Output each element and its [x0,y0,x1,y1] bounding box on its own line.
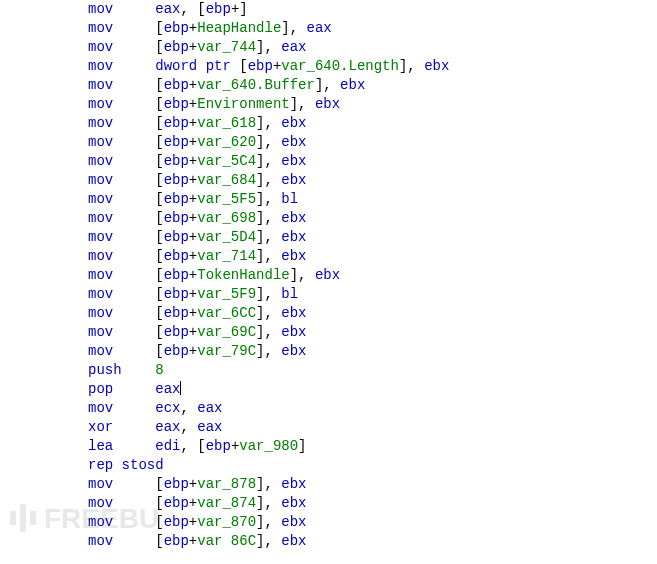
register: ebp [164,343,189,359]
punct: ] [298,438,306,454]
register: ebp [164,172,189,188]
punct: [ [155,495,163,511]
symbol: var_980 [239,438,298,454]
register: eax [197,419,222,435]
asm-line: mov [ebp+Environment], ebx [88,95,657,114]
register: ebx [281,115,306,131]
register: ebx [281,172,306,188]
punct: + [189,77,197,93]
mnemonic: mov [88,96,113,112]
symbol: var_878 [197,476,256,492]
mnemonic: mov [88,286,113,302]
mnemonic: push [88,362,122,378]
punct: [ [155,343,163,359]
symbol: var_620 [197,134,256,150]
symbol: var_684 [197,172,256,188]
punct: ], [256,153,281,169]
punct: ], [256,115,281,131]
mnemonic: mov [88,267,113,283]
asm-line: mov [ebp+var_870], ebx [88,513,657,532]
punct: ], [399,58,424,74]
asm-line: mov [ebp+var_874], ebx [88,494,657,513]
register: edi [155,438,180,454]
register: ebx [281,324,306,340]
punct: [ [155,77,163,93]
punct: [ [155,115,163,131]
punct: [ [155,172,163,188]
register: ebp [248,58,273,74]
register: bl [281,286,298,302]
register: ebp [164,286,189,302]
punct: + [189,134,197,150]
register: ebx [281,134,306,150]
symbol: var_6CC [197,305,256,321]
punct: + [189,172,197,188]
register: bl [281,191,298,207]
register: ebx [340,77,365,93]
punct: ], [256,286,281,302]
register: ebx [281,495,306,511]
asm-line: mov ecx, eax [88,399,657,418]
mnemonic: mov [88,153,113,169]
punct: , [180,400,197,416]
punct: + [189,20,197,36]
punct: [ [155,39,163,55]
mnemonic: pop [88,381,113,397]
punct: [ [155,476,163,492]
asm-line: mov [ebp+var_5F5], bl [88,190,657,209]
symbol: var_874 [197,495,256,511]
punct: , [180,419,197,435]
mnemonic: xor [88,419,113,435]
asm-line: mov [ebp+var_69C], ebx [88,323,657,342]
punct: ], [315,77,340,93]
punct: + [189,476,197,492]
punct: [ [155,248,163,264]
symbol: var_5D4 [197,229,256,245]
punct: ], [256,134,281,150]
register: ebx [315,267,340,283]
asm-line: mov dword ptr [ebp+var_640.Length], ebx [88,57,657,76]
punct: + [189,514,197,530]
symbol: var_79C [197,343,256,359]
asm-line: mov [ebp+TokenHandle], ebx [88,266,657,285]
symbol: var_5F9 [197,286,256,302]
punct: ], [256,39,281,55]
register: ebp [164,229,189,245]
symbol: var_618 [197,115,256,131]
punct: ], [256,514,281,530]
punct: ], [256,476,281,492]
register: ebp [164,210,189,226]
register: eax [155,381,180,397]
symbol: var_870 [197,514,256,530]
symbol: var_69C [197,324,256,340]
asm-line: mov [ebp+var_744], eax [88,38,657,57]
punct: + [189,229,197,245]
punct: ], [290,267,315,283]
punct: ], [256,172,281,188]
mnemonic: mov [88,533,113,549]
punct: [ [155,20,163,36]
asm-line: mov [ebp+var_5F9], bl [88,285,657,304]
symbol: var_744 [197,39,256,55]
punct: ], [256,495,281,511]
punct: [ [155,286,163,302]
mnemonic: mov [88,1,113,17]
asm-line: mov [ebp+var_5D4], ebx [88,228,657,247]
mnemonic: mov [88,20,113,36]
register: ebp [164,324,189,340]
punct: + [189,96,197,112]
punct: ], [256,229,281,245]
mnemonic: mov [88,248,113,264]
asm-line: mov [ebp+var_684], ebx [88,171,657,190]
mnemonic: mov [88,39,113,55]
asm-line: mov [ebp+var_618], ebx [88,114,657,133]
punct: [ [155,514,163,530]
mnemonic: mov [88,77,113,93]
punct: [ [155,533,163,549]
punct: ], [256,305,281,321]
symbol: var_640.Buffer [197,77,315,93]
register: eax [197,400,222,416]
asm-line: xor eax, eax [88,418,657,437]
mnemonic: mov [88,172,113,188]
register: ebx [281,476,306,492]
